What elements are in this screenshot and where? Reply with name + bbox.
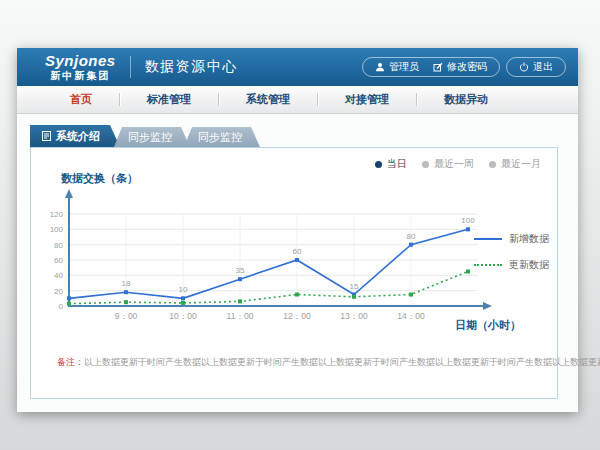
data-point (181, 301, 185, 305)
point-value-label: 60 (293, 247, 302, 256)
y-axis-title: 数据交换（条） (61, 171, 138, 186)
point-value-label: 18 (122, 279, 131, 288)
y-axis-arrow-icon (65, 189, 73, 198)
footnote-prefix: 备注： (57, 357, 84, 367)
data-point (352, 295, 356, 299)
dotted-line-icon (474, 264, 502, 266)
chart-panel: 当日 最近一周 最近一月 数据交换（条） 0204060801001209：00… (30, 147, 558, 399)
app-header: Synjones 新中新集团 数据资源中心 管理员 修改密码 退出 (17, 48, 578, 86)
nav-item-system-mgmt[interactable]: 系统管理 (219, 92, 317, 107)
user-icon (375, 62, 385, 72)
y-tick-label: 60 (54, 256, 63, 265)
tab-label: 同步监控 (128, 131, 172, 143)
y-tick-label: 100 (50, 225, 64, 234)
x-tick-label: 11：00 (227, 311, 254, 321)
point-value-label: 35 (236, 266, 245, 275)
nav-item-data-change[interactable]: 数据异动 (417, 92, 515, 107)
radio-dot-icon (422, 161, 429, 168)
point-value-label: 100 (461, 216, 475, 225)
edit-icon (433, 62, 443, 72)
legend-label: 新增数据 (509, 232, 549, 246)
x-tick-label: 9：00 (115, 311, 138, 321)
filter-label: 当日 (387, 157, 407, 171)
filter-today[interactable]: 当日 (375, 157, 407, 171)
filter-last-month[interactable]: 最近一月 (489, 157, 541, 171)
legend-item-updated-data[interactable]: 更新数据 (474, 258, 549, 272)
y-tick-label: 40 (54, 271, 63, 280)
data-point (124, 300, 128, 304)
y-tick-label: 120 (50, 210, 64, 219)
admin-user-label: 管理员 (389, 60, 419, 74)
change-password-button[interactable]: 修改密码 (433, 60, 487, 74)
x-tick-label: 13：00 (340, 311, 368, 321)
line-chart: 0204060801001209：0010：0011：0012：0013：001… (45, 188, 495, 360)
data-point (67, 302, 71, 306)
app-window: Synjones 新中新集团 数据资源中心 管理员 修改密码 退出 (17, 48, 578, 412)
data-point (124, 290, 128, 294)
document-icon (42, 131, 51, 141)
data-point (238, 299, 242, 303)
chart-legend: 新增数据 更新数据 (474, 232, 549, 284)
tab-label: 系统介绍 (56, 125, 100, 147)
filter-label: 最近一周 (434, 157, 474, 171)
admin-user-button[interactable]: 管理员 (375, 60, 419, 74)
data-point (466, 227, 470, 231)
filter-last-week[interactable]: 最近一周 (422, 157, 474, 171)
logout-button[interactable]: 退出 (519, 60, 553, 74)
nav-item-standard-mgmt[interactable]: 标准管理 (120, 92, 218, 107)
page-title: 数据资源中心 (145, 58, 238, 76)
x-axis-title: 日期（小时） (455, 318, 521, 333)
time-filter-group: 当日 最近一周 最近一月 (375, 157, 541, 171)
data-point (409, 243, 413, 247)
point-value-label: 80 (407, 232, 416, 241)
change-password-label: 修改密码 (447, 60, 487, 74)
y-tick-label: 80 (54, 241, 63, 250)
logout-label: 退出 (533, 60, 553, 74)
logo-company-text: 新中新集团 (45, 70, 116, 81)
radio-dot-icon (375, 161, 382, 168)
data-point (295, 293, 299, 297)
header-divider (130, 56, 131, 78)
user-menu: 管理员 修改密码 退出 (362, 57, 566, 77)
tab-bar: 系统介绍 同步监控 同步监控 (30, 125, 260, 147)
data-point (238, 277, 242, 281)
nav-item-home[interactable]: 首页 (43, 92, 119, 107)
data-point (295, 258, 299, 262)
x-tick-label: 14：00 (397, 311, 425, 321)
nav-item-interface-mgmt[interactable]: 对接管理 (318, 92, 416, 107)
power-icon (519, 62, 529, 72)
radio-dot-icon (489, 161, 496, 168)
main-nav: 首页 标准管理 系统管理 对接管理 数据异动 (17, 86, 578, 114)
data-point (67, 296, 71, 300)
user-actions-pill: 管理员 修改密码 (362, 57, 500, 77)
content-area: 系统介绍 同步监控 同步监控 当日 最近一周 (17, 114, 578, 412)
data-point (466, 270, 470, 274)
company-logo: Synjones 新中新集团 (45, 53, 116, 81)
data-point (181, 296, 185, 300)
x-tick-label: 10：00 (169, 311, 197, 321)
tab-sync-monitor-2[interactable]: 同步监控 (184, 127, 260, 147)
logout-pill: 退出 (506, 57, 566, 77)
point-value-label: 15 (350, 282, 359, 291)
y-tick-label: 20 (54, 287, 63, 296)
logo-brand-text: Synjones (45, 53, 116, 70)
x-tick-label: 12：00 (283, 311, 311, 321)
point-value-label: 10 (179, 285, 188, 294)
data-point (409, 293, 413, 297)
footnote-text: 以上数据更新于时间产生数据以上数据更新于时间产生数据以上数据更新于时间产生数据以… (84, 357, 600, 367)
legend-item-new-data[interactable]: 新增数据 (474, 232, 549, 246)
tab-label: 同步监控 (198, 131, 242, 143)
filter-label: 最近一月 (501, 157, 541, 171)
tab-system-intro[interactable]: 系统介绍 (30, 125, 120, 147)
y-tick-label: 0 (59, 302, 64, 311)
footnote: 备注：以上数据更新于时间产生数据以上数据更新于时间产生数据以上数据更新于时间产生… (57, 356, 600, 369)
tab-sync-monitor-1[interactable]: 同步监控 (114, 127, 190, 147)
legend-label: 更新数据 (509, 258, 549, 272)
solid-line-icon (474, 238, 502, 240)
x-axis-arrow-icon (483, 302, 492, 310)
